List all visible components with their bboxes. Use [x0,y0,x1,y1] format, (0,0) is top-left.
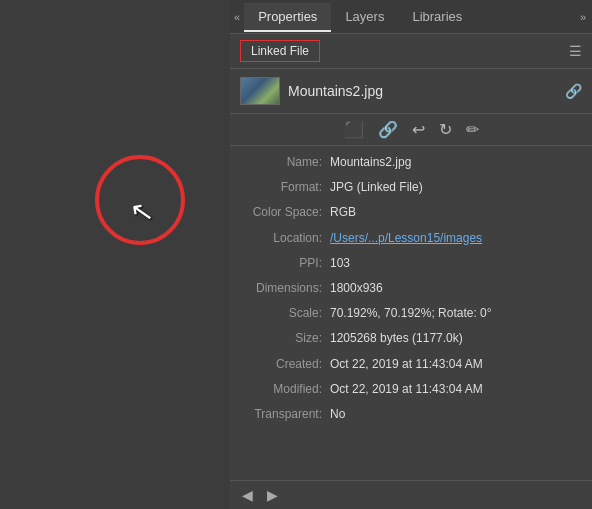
properties-table: Name: Mountains2.jpg Format: JPG (Linked… [230,146,592,480]
prop-format: Format: JPG (Linked File) [230,175,592,200]
tab-properties[interactable]: Properties [244,3,331,32]
tab-bar: « Properties Layers Libraries » [230,0,592,34]
undo-icon[interactable]: ↩ [412,120,425,139]
prop-scale: Scale: 70.192%, 70.192%; Rotate: 0° [230,301,592,326]
prop-color-space: Color Space: RGB [230,200,592,225]
tab-layers[interactable]: Layers [331,3,398,32]
list-icon[interactable]: ☰ [569,43,582,59]
prop-dimensions: Dimensions: 1800x936 [230,276,592,301]
prop-size: Size: 1205268 bytes (1177.0k) [230,326,592,351]
prop-location: Location: /Users/...p/Lesson15/images [230,226,592,251]
link-icon2[interactable]: 🔗 [378,120,398,139]
properties-panel: « Properties Layers Libraries » Linked F… [230,0,592,509]
edit-icon[interactable]: ✏ [466,120,479,139]
prop-ppi: PPI: 103 [230,251,592,276]
file-name: Mountains2.jpg [288,83,557,99]
left-panel: ↖ [0,0,230,509]
left-chevrons-icon[interactable]: « [234,11,240,23]
linked-file-badge: Linked File [240,40,320,62]
link-icon[interactable]: 🔗 [565,83,582,99]
prop-modified: Modified: Oct 22, 2019 at 11:43:04 AM [230,377,592,402]
right-chevrons-icon[interactable]: » [580,11,586,23]
nav-left-arrow[interactable]: ◀ [238,485,257,505]
prop-created: Created: Oct 22, 2019 at 11:43:04 AM [230,352,592,377]
refresh-icon[interactable]: ↻ [439,120,452,139]
relink-icon[interactable]: ⬛ [344,120,364,139]
prop-transparent: Transparent: No [230,402,592,427]
toolbar-icons-row: ⬛ 🔗 ↩ ↻ ✏ [230,114,592,146]
prop-name: Name: Mountains2.jpg [230,150,592,175]
tab-libraries[interactable]: Libraries [398,3,476,32]
linked-file-header: Linked File ☰ [230,34,592,69]
file-thumbnail [240,77,280,105]
nav-right-arrow[interactable]: ▶ [263,485,282,505]
bottom-nav: ◀ ▶ [230,480,592,509]
file-header-row: Mountains2.jpg 🔗 [230,69,592,114]
